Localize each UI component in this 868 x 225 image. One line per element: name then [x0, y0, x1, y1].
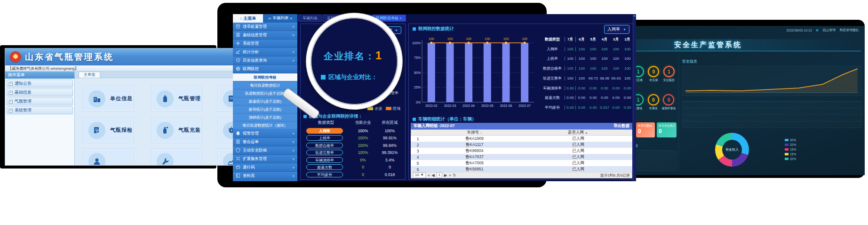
- col-header-plate[interactable]: 车牌号 ↕: [425, 130, 524, 136]
- gas-cylinder-system-window: 山东省气瓶管理系统 【威海晟祥气体有限公司-whshengxiang】 操作菜单…: [5, 48, 234, 166]
- close-icon[interactable]: ×: [399, 16, 402, 20]
- refresh-icon[interactable]: ↻: [453, 173, 456, 177]
- vehicle-row-鲁KA1909[interactable]: 1鲁KA1909已入网: [411, 136, 632, 142]
- monthly-row-label: 入网率: [540, 47, 565, 52]
- metric-button-车辆漂移率[interactable]: 车辆漂移率: [306, 157, 343, 163]
- home-card-hidden-8[interactable]: [218, 149, 234, 166]
- vehicle-row-鲁K96604[interactable]: 3鲁K96604已入网: [411, 148, 632, 154]
- sidebar-item-系统管理[interactable]: 系统管理: [233, 40, 297, 48]
- submenu-item-联网联控考核[interactable]: 联网联控考核: [233, 73, 297, 81]
- col-header-status[interactable]: 是否入网 ▲: [524, 130, 632, 136]
- export-data-link[interactable]: 导出数据: [613, 123, 629, 129]
- left-window-title: 山东省气瓶管理系统: [25, 51, 114, 63]
- scrollbar[interactable]: ▲: [633, 14, 636, 181]
- home-card-hidden-7[interactable]: [151, 149, 201, 166]
- expand-plus-icon[interactable]: +: [9, 100, 13, 104]
- next-page-icon[interactable]: ▶: [444, 173, 447, 177]
- vehicle-row-鲁KA7637[interactable]: 4鲁KA7637已入网: [411, 154, 632, 160]
- gauge-安全隐患: 1安全隐患: [661, 66, 677, 82]
- scroll-up-icon[interactable]: ▲: [633, 14, 636, 17]
- sidebar-item-报警管理[interactable]: 报警管理∨: [233, 129, 297, 138]
- svg-text:2022-02: 2022-02: [425, 104, 438, 107]
- page-number-input[interactable]: 1: [437, 172, 442, 178]
- sidebar-item-统计分析[interactable]: 统计分析∨: [233, 48, 297, 56]
- svg-text:100: 100: [503, 37, 509, 40]
- hazard-trend-chart: [682, 66, 862, 96]
- month-card-检查问题点[interactable]: 检查问题点0: [636, 122, 655, 137]
- sidebar-item-4[interactable]: +系统管理: [7, 106, 73, 114]
- company-value: 0: [350, 165, 376, 169]
- home-card-气瓶管理[interactable]: 气瓶管理: [151, 86, 201, 111]
- legend-swatch: [785, 148, 788, 151]
- sidebar-home-tab[interactable]: ⌂ 主菜单: [233, 14, 263, 23]
- card-icon-wrap: [157, 122, 174, 139]
- submenu-item-漂移统计(基于运政)[interactable]: 漂移统计(基于运政): [233, 113, 297, 121]
- sidebar-item-联网联控[interactable]: 联网联控: [233, 65, 297, 73]
- sidebar-item-整合运单[interactable]: 整合运单∨: [233, 138, 297, 146]
- sidebar-vehicle-tab[interactable]: ▭ 车辆列表 «: [263, 14, 297, 23]
- home-card-使用登记[interactable]: 使用登记: [218, 86, 234, 111]
- vehicle-row-鲁KA1117[interactable]: 2鲁KA1117已入网: [411, 142, 632, 148]
- card-icon: [236, 165, 240, 169]
- home-card-单位信息[interactable]: 单位信息: [83, 86, 133, 111]
- expand-plus-icon[interactable]: +: [9, 109, 13, 112]
- tab-main-screen[interactable]: 主界面: [79, 72, 100, 78]
- sidebar-item-通行码[interactable]: 通行码∨: [233, 163, 297, 172]
- page-size-select[interactable]: 10 ▼: [413, 172, 426, 178]
- network-status: 已入网: [524, 148, 632, 154]
- collapse-icon[interactable]: «: [290, 16, 292, 21]
- metric-button-入网率[interactable]: 入网率: [306, 128, 343, 134]
- metric-button-轨迹完整率[interactable]: 轨迹完整率: [306, 150, 343, 155]
- dashboard-user[interactable]: 启山管理: [822, 28, 836, 32]
- magnifier-lens: 企业排名：1 区域与企业对比：: [306, 13, 402, 109]
- sidebar-item-扩展服务管理[interactable]: 扩展服务管理∨: [233, 155, 297, 163]
- sidebar-item-3[interactable]: +气瓶管理: [7, 97, 73, 105]
- vehicle-plate: 鲁K56951: [425, 167, 524, 172]
- monthly-col-header: 3月: [610, 37, 621, 42]
- legend-swatch: [386, 107, 391, 110]
- tab-车辆列表[interactable]: 车辆列表: [298, 15, 322, 22]
- metric-button-平均疲劳[interactable]: 平均疲劳: [306, 172, 343, 177]
- monthly-value: 100: [599, 47, 610, 51]
- chevron-down-icon: ∨: [292, 50, 295, 54]
- card-icon-wrap: [88, 122, 105, 139]
- expand-plus-icon[interactable]: +: [9, 91, 13, 95]
- chevron-down-icon: ∨: [292, 132, 295, 136]
- doc-icon: [236, 32, 240, 37]
- metric-button-数据合格率[interactable]: 数据合格率: [306, 143, 343, 148]
- sidebar-item-label: 资料库: [243, 173, 255, 179]
- expand-plus-icon[interactable]: +: [9, 82, 13, 86]
- home-card-气瓶充装[interactable]: 气瓶充装: [151, 118, 201, 143]
- sidebar-item-基础信息管理[interactable]: 基础信息管理∨: [233, 31, 297, 40]
- sidebar-item-2[interactable]: +基础信息: [7, 88, 73, 96]
- prev-page-icon[interactable]: ◀: [432, 173, 435, 177]
- svg-text:75%: 75%: [414, 56, 421, 59]
- home-card-信息预警[interactable]: 信息预警: [218, 118, 234, 143]
- dashboard-team[interactable]: 系统管理团队: [839, 28, 859, 32]
- monthly-value: 100: [610, 47, 621, 51]
- first-page-icon[interactable]: «: [428, 173, 430, 177]
- month-card-本月安全投入[interactable]: 本月安全投入0: [657, 122, 677, 137]
- vehicle-row-鲁KA7005[interactable]: 5鲁KA7005已入网: [411, 160, 632, 166]
- sidebar-item-违章处置管理[interactable]: 违章处置管理∨: [233, 23, 297, 31]
- sort-asc-icon[interactable]: ▲: [585, 131, 588, 134]
- submenu-item-疲劳统计(基于运政)[interactable]: 疲劳统计(基于运政): [233, 105, 297, 113]
- submenu-item-每日轨迹数据统计（测试）[interactable]: 每日轨迹数据统计（测试）: [233, 121, 297, 129]
- sidebar-item-主动安全防御[interactable]: 主动安全防御∨: [233, 146, 297, 155]
- monthly-value: 0.00: [588, 96, 599, 100]
- metric-button-上线率[interactable]: 上线率: [306, 135, 343, 141]
- gauge-ring: 0: [663, 94, 674, 105]
- sort-icon[interactable]: ↕: [480, 131, 482, 134]
- region-value: 0: [376, 165, 403, 169]
- icon-wrap: [236, 173, 240, 179]
- sidebar-item-资料库[interactable]: 资料库∨: [233, 172, 297, 180]
- home-card-气瓶报检[interactable]: 气瓶报检: [83, 118, 133, 143]
- metric-button-超速次数[interactable]: 超速次数: [306, 164, 343, 170]
- last-page-icon[interactable]: »: [449, 173, 451, 177]
- metric-select[interactable]: 入网率 ▼: [604, 25, 629, 34]
- home-card-hidden-6[interactable]: [83, 149, 133, 166]
- gauge-label: 逾期未整改: [661, 106, 677, 111]
- sidebar-item-1[interactable]: +通知公告: [7, 80, 73, 88]
- expand-icon: [236, 156, 240, 161]
- sidebar-item-历史信息查询[interactable]: 历史信息查询∨: [233, 56, 297, 65]
